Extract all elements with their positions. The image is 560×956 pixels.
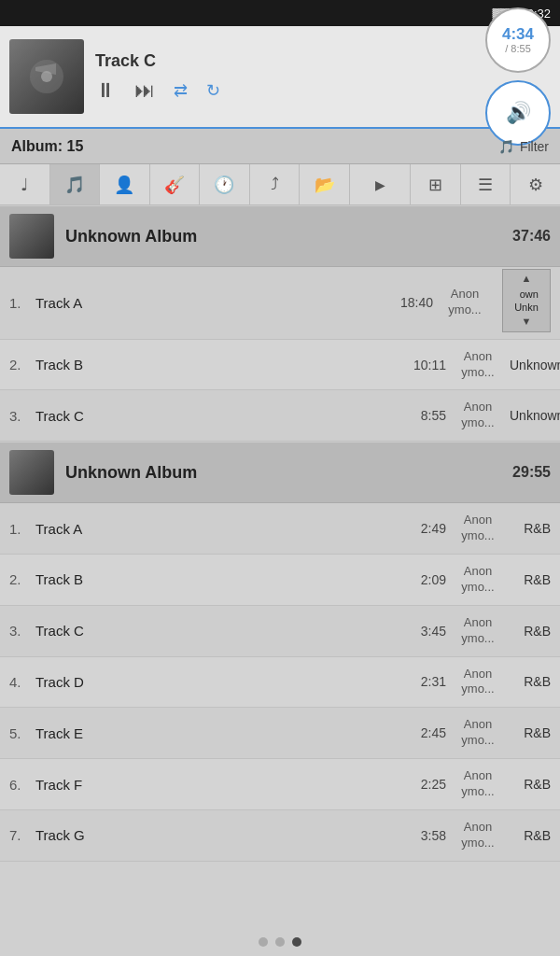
- tab-recent[interactable]: 🕐: [200, 164, 250, 204]
- track-artist: Anon ymo...: [446, 768, 510, 800]
- track-number: 7.: [9, 827, 30, 843]
- track-genre: R&B: [510, 572, 551, 587]
- table-row[interactable]: 4. Track D 2:31 Anon ymo... R&B: [0, 657, 560, 709]
- album-count-text: Album: 15: [11, 138, 83, 155]
- track-duration: 3:45: [401, 624, 446, 639]
- track-genre: R&B: [510, 828, 551, 843]
- album-thumb-1: [9, 214, 54, 259]
- track-genre: UnknownU... ▲ ownUnkn ▼: [497, 276, 551, 330]
- tab-export[interactable]: ⤴: [250, 164, 301, 204]
- page-dot-3[interactable]: [292, 937, 301, 947]
- track-number: 1.: [9, 295, 30, 311]
- now-playing-track-title: Track C: [95, 51, 476, 71]
- track-duration: 18:40: [388, 295, 433, 310]
- table-row[interactable]: 3. Track C 3:45 Anon ymo... R&B: [0, 606, 560, 657]
- track-artist: Anon ymo...: [446, 820, 510, 851]
- track-number: 3.: [9, 623, 30, 639]
- track-genre: R&B: [510, 725, 551, 740]
- table-row[interactable]: 2. Track B 10:11 Anon ymo... Unknown: [0, 340, 560, 391]
- album-duration-2: 29:55: [512, 464, 551, 481]
- album-thumb-2: [9, 450, 54, 495]
- track-artist: Anon ymo...: [446, 349, 510, 381]
- tab-list[interactable]: ☰: [461, 164, 511, 204]
- tab-instrument[interactable]: 🎸: [150, 164, 201, 204]
- tab-playlist[interactable]: 🎵: [50, 164, 101, 204]
- tab-bar: ♩ 🎵 👤 🎸 🕐 ⤴ 📂 ▶ ⊞ ☰ ⚙: [0, 164, 560, 205]
- track-artist: Anon ymo...: [446, 717, 510, 749]
- track-name: Track C: [30, 623, 401, 639]
- track-duration: 8:55: [401, 408, 446, 423]
- track-genre: R&B: [510, 674, 551, 689]
- table-row[interactable]: 6. Track F 2:25 Anon ymo... R&B: [0, 759, 560, 810]
- track-duration: 3:58: [401, 828, 446, 843]
- table-row[interactable]: 1. Track A 18:40 Anon ymo... UnknownU...…: [0, 267, 560, 340]
- track-artist: Anon ymo...: [446, 615, 510, 647]
- track-name: Track F: [30, 777, 401, 793]
- album-count-bar: Album: 15 🎵 Filter: [0, 129, 560, 164]
- track-name: Track D: [30, 674, 401, 690]
- track-name: Track B: [30, 571, 401, 587]
- album-header-2[interactable]: Unknown Album 29:55: [0, 442, 560, 503]
- now-playing-bar: Track C ⏸ ⏭ ⇄ ↻ 4:34 / 8:55 🔊: [0, 26, 560, 129]
- filter-button[interactable]: 🎵 Filter: [498, 139, 549, 154]
- tab-grid[interactable]: ⊞: [411, 164, 461, 204]
- track-number: 6.: [9, 777, 30, 793]
- album-header-1[interactable]: Unknown Album 37:46: [0, 205, 560, 267]
- repeat-button[interactable]: ↻: [206, 80, 220, 101]
- track-number: 2.: [9, 357, 30, 373]
- volume-icon: 🔊: [506, 101, 531, 125]
- table-row[interactable]: 3. Track C 8:55 Anon ymo... Unknown: [0, 390, 560, 442]
- scroll-up-icon[interactable]: ▲: [522, 271, 532, 288]
- tab-artist[interactable]: 👤: [100, 164, 150, 204]
- track-genre: Unknown: [510, 358, 551, 373]
- track-name: Track B: [30, 357, 401, 373]
- now-playing-right: 4:34 / 8:55 🔊: [485, 7, 551, 146]
- filter-icon: 🎵: [498, 139, 514, 154]
- track-duration: 2:09: [401, 572, 446, 587]
- track-genre: R&B: [510, 521, 551, 536]
- album-name-2: Unknown Album: [65, 463, 512, 483]
- page-dot-2[interactable]: [275, 937, 285, 947]
- tab-folder[interactable]: 📂: [300, 164, 350, 204]
- track-number: 3.: [9, 408, 30, 424]
- track-artist: Anon ymo...: [446, 564, 510, 596]
- track-duration: 2:25: [401, 777, 446, 792]
- next-button[interactable]: ⏭: [134, 78, 155, 103]
- track-name: Track A: [30, 295, 388, 311]
- track-name: Track A: [30, 521, 401, 537]
- track-name: Track E: [30, 725, 401, 741]
- album-art-thumbnail[interactable]: [9, 39, 84, 114]
- time-current: 4:34: [502, 26, 534, 44]
- track-number: 2.: [9, 571, 30, 587]
- volume-button[interactable]: 🔊: [485, 80, 551, 146]
- track-duration: 10:11: [401, 358, 446, 373]
- page-indicator: [0, 928, 560, 956]
- page-dot-1[interactable]: [259, 937, 268, 947]
- now-playing-info: Track C ⏸ ⏭ ⇄ ↻: [84, 51, 476, 103]
- playback-controls: ⏸ ⏭ ⇄ ↻: [95, 78, 476, 103]
- filter-label: Filter: [520, 139, 549, 154]
- track-genre: Unknown: [510, 408, 551, 423]
- table-row[interactable]: 1. Track A 2:49 Anon ymo... R&B: [0, 503, 560, 555]
- track-genre: R&B: [510, 777, 551, 792]
- track-artist: Anon ymo...: [433, 287, 497, 318]
- scroll-down-icon[interactable]: ▼: [522, 314, 532, 330]
- track-artist: Anon ymo...: [446, 400, 510, 431]
- track-name: Track G: [30, 827, 401, 843]
- tab-settings[interactable]: ⚙: [511, 164, 560, 204]
- table-row[interactable]: 2. Track B 2:09 Anon ymo... R&B: [0, 555, 560, 606]
- track-number: 4.: [9, 674, 30, 690]
- track-number: 1.: [9, 521, 30, 537]
- pause-button[interactable]: ⏸: [95, 78, 116, 103]
- time-total: / 8:55: [505, 43, 531, 54]
- tab-notes[interactable]: ♩: [0, 164, 50, 204]
- track-name: Track C: [30, 408, 401, 424]
- status-bar: ▓▓▓ 20:32: [0, 0, 560, 26]
- shuffle-button[interactable]: ⇄: [174, 80, 188, 101]
- tab-play-more[interactable]: ▶: [350, 164, 412, 204]
- table-row[interactable]: 7. Track G 3:58 Anon ymo... R&B: [0, 810, 560, 862]
- track-duration: 2:49: [401, 521, 446, 536]
- track-artist: Anon ymo...: [446, 513, 510, 544]
- album-name-1: Unknown Album: [65, 227, 512, 246]
- table-row[interactable]: 5. Track E 2:45 Anon ymo... R&B: [0, 708, 560, 759]
